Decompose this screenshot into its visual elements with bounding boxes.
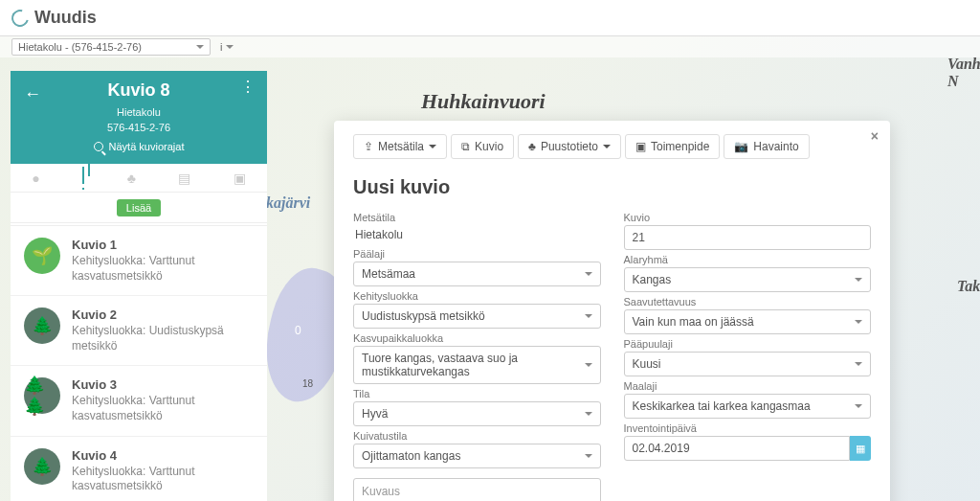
kuvio-desc: Kehitysluokka: Varttunut kasvatusmetsikk… xyxy=(72,465,254,494)
tree-icon: 🌲🌲 xyxy=(24,377,60,414)
tab-havainto[interactable]: 📷Havainto xyxy=(724,134,809,159)
calendar-button[interactable]: ▦ xyxy=(850,436,871,461)
copy-icon: ▣ xyxy=(635,140,646,153)
show-borders-label: Näytä kuviorajat xyxy=(109,141,185,152)
label-paalaji: Päälaji xyxy=(353,248,601,260)
list-item[interactable]: 🌲 Kuvio 2 Kehitysluokka: Uudistuskypsä m… xyxy=(11,296,267,366)
estate-selector-value: Hietakolu - (576-415-2-76) xyxy=(18,41,142,53)
chevron-down-icon xyxy=(585,272,592,276)
label-metsatila: Metsätila xyxy=(353,212,601,223)
label-kehitysluokka: Kehitysluokka xyxy=(353,290,601,302)
crop-icon: ⧉ xyxy=(461,140,470,153)
map-label-vanha: Vanha-N xyxy=(947,56,980,90)
kuvio-list: 🌱 Kuvio 1 Kehitysluokka: Varttunut kasva… xyxy=(11,223,267,501)
info-icon: i xyxy=(220,41,222,53)
search-icon xyxy=(94,142,103,151)
map-parcel-0: 0 xyxy=(295,324,301,337)
panel-subtitle-1: Hietakolu xyxy=(24,106,254,118)
map-label-kajarvi: kajärvi xyxy=(266,194,310,212)
map-label-taka: Taka xyxy=(957,278,980,295)
calendar-icon: ▦ xyxy=(856,443,865,455)
kuvio-name: Kuvio 3 xyxy=(72,377,254,392)
tab-trees-icon[interactable]: ♣ xyxy=(127,171,136,186)
label-saavutettavuus: Saavutettavuus xyxy=(624,296,872,307)
tab-metsatila[interactable]: ⇪Metsätila xyxy=(353,134,447,159)
select-kuivatustila[interactable]: Ojittamaton kangas xyxy=(353,444,601,468)
select-kehitysluokka[interactable]: Uudistuskypsä metsikkö xyxy=(353,304,601,329)
modal-tabs: ⇪Metsätila ⧉Kuvio ♣Puustotieto ▣Toimenpi… xyxy=(353,134,871,159)
kuvio-name: Kuvio 2 xyxy=(72,307,254,322)
chevron-down-icon xyxy=(585,363,592,367)
input-kuvio[interactable] xyxy=(624,225,872,250)
chevron-down-icon xyxy=(585,314,592,318)
upload-icon: ⇪ xyxy=(364,140,373,153)
tab-parcels-icon[interactable] xyxy=(82,167,84,190)
label-tila: Tila xyxy=(353,388,601,399)
panel-title: Kuvio 8 xyxy=(24,80,254,101)
label-kuivatustila: Kuivatustila xyxy=(353,430,601,442)
chevron-down-icon xyxy=(585,412,592,416)
input-inventointipaiva[interactable] xyxy=(624,436,851,461)
form-grid: Metsätila Hietakolu Päälaji Metsämaa Keh… xyxy=(353,212,871,501)
label-alaryhma: Alaryhmä xyxy=(624,254,872,265)
chevron-down-icon xyxy=(855,404,862,408)
estate-selector[interactable]: Hietakolu - (576-415-2-76) xyxy=(11,38,211,56)
kuvio-desc: Kehitysluokka: Varttunut kasvatusmetsikk… xyxy=(72,254,254,284)
label-inventointipaiva: Inventointipäivä xyxy=(624,422,872,434)
select-saavutettavuus[interactable]: Vain kun maa on jäässä xyxy=(624,309,872,334)
list-item[interactable]: 🌲🌲 Kuvio 3 Kehitysluokka: Varttunut kasv… xyxy=(11,366,267,436)
kebab-menu-icon[interactable]: ⋮ xyxy=(240,82,254,92)
list-item[interactable]: 🌱 Kuvio 1 Kehitysluokka: Varttunut kasva… xyxy=(11,225,267,296)
add-row: Lisää xyxy=(11,193,267,223)
label-paapuulaji: Pääpuulaji xyxy=(624,338,872,350)
tree-icon: 🌲 xyxy=(24,307,60,344)
label-kasvupaikkaluokka: Kasvupaikkaluokka xyxy=(353,332,601,344)
new-kuvio-modal: × ⇪Metsätila ⧉Kuvio ♣Puustotieto ▣Toimen… xyxy=(334,121,890,501)
kuvio-name: Kuvio 4 xyxy=(72,448,254,463)
sprout-icon: 🌱 xyxy=(24,238,60,274)
tab-camera-icon[interactable]: ▣ xyxy=(234,171,246,186)
info-dropdown[interactable]: i xyxy=(220,41,234,53)
chevron-down-icon xyxy=(196,45,204,49)
tree-icon: 🌲 xyxy=(24,448,60,485)
subbar: Hietakolu - (576-415-2-76) i xyxy=(0,36,980,57)
show-borders-link[interactable]: Näytä kuviorajat xyxy=(24,141,254,152)
kuvio-name: Kuvio 1 xyxy=(72,238,254,252)
close-icon[interactable]: × xyxy=(871,128,879,144)
chevron-down-icon xyxy=(603,145,611,148)
select-kasvupaikkaluokka[interactable]: Tuore kangas, vastaava suo ja mustikkatu… xyxy=(353,346,601,384)
select-paapuulaji[interactable]: Kuusi xyxy=(624,352,872,376)
panel-tabs: ● ♣ ▤ ▣ xyxy=(11,164,267,193)
add-button[interactable]: Lisää xyxy=(117,199,161,216)
select-tila[interactable]: Hyvä xyxy=(353,401,601,426)
select-alaryhma[interactable]: Kangas xyxy=(624,267,872,292)
chevron-down-icon xyxy=(855,320,862,324)
panel-header: ← ⋮ Kuvio 8 Hietakolu 576-415-2-76 Näytä… xyxy=(11,71,267,164)
tree-icon: ♣ xyxy=(528,140,536,153)
left-panel: ← ⋮ Kuvio 8 Hietakolu 576-415-2-76 Näytä… xyxy=(11,71,267,501)
label-maalaji: Maalaji xyxy=(624,380,872,392)
tab-kuvio[interactable]: ⧉Kuvio xyxy=(451,134,514,159)
kuvio-desc: Kehitysluokka: Uudistuskypsä metsikkö xyxy=(72,324,254,353)
brand[interactable]: Wuudis xyxy=(11,8,97,28)
chevron-down-icon xyxy=(855,362,862,366)
panel-subtitle-2: 576-415-2-76 xyxy=(24,122,254,133)
value-metsatila: Hietakolu xyxy=(353,225,601,244)
select-maalaji[interactable]: Keskikarkea tai karkea kangasmaa xyxy=(624,394,872,419)
chevron-down-icon xyxy=(855,278,862,282)
back-arrow-icon[interactable]: ← xyxy=(24,84,41,104)
chevron-down-icon xyxy=(226,45,234,49)
modal-title: Uusi kuvio xyxy=(353,176,871,198)
tab-puustotieto[interactable]: ♣Puustotieto xyxy=(518,134,621,159)
tab-document-icon[interactable]: ▤ xyxy=(178,171,190,186)
kuvio-desc: Kehitysluokka: Varttunut kasvatusmetsikk… xyxy=(72,394,254,423)
chevron-down-icon xyxy=(429,145,436,148)
textarea-kuvaus[interactable]: Kuvaus xyxy=(353,478,601,501)
tab-info-icon[interactable]: ● xyxy=(32,171,39,186)
brand-icon xyxy=(9,6,33,30)
list-item[interactable]: 🌲 Kuvio 4 Kehitysluokka: Varttunut kasva… xyxy=(11,437,267,501)
select-paalaji[interactable]: Metsämaa xyxy=(353,262,601,286)
map-parcel-18: 18 xyxy=(302,378,313,389)
brand-text: Wuudis xyxy=(34,8,97,28)
tab-toimenpide[interactable]: ▣Toimenpide xyxy=(625,134,720,159)
